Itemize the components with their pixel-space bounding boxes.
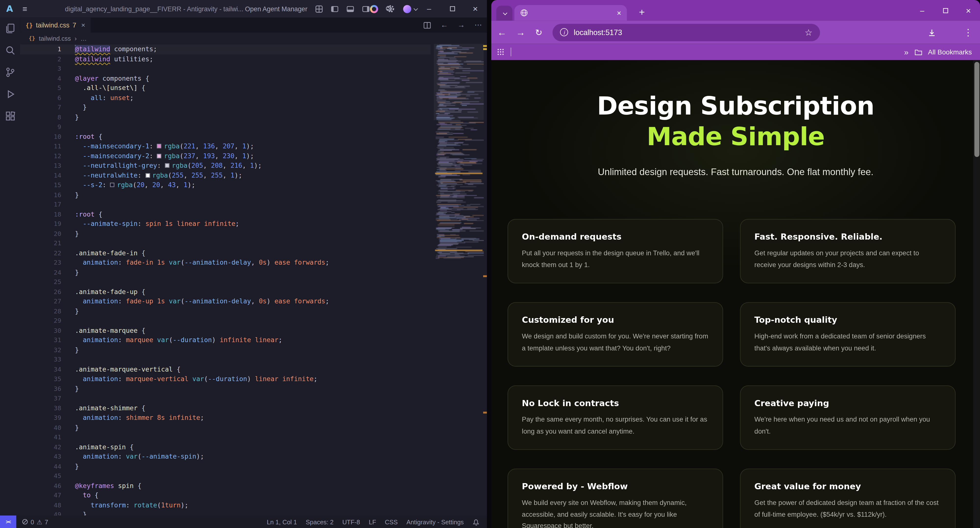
close-button[interactable]: ×	[464, 0, 487, 18]
code-line[interactable]: 24}	[20, 268, 431, 278]
color-swatch[interactable]	[157, 144, 161, 148]
url-text[interactable]: localhost:5173	[574, 28, 622, 37]
code-line[interactable]: 26.animate-fade-up {	[20, 287, 431, 297]
status-item[interactable]: Spaces: 2	[306, 518, 333, 525]
code-line[interactable]: 31 animation: marquee var(--duration) in…	[20, 335, 431, 345]
code-line[interactable]: 10:root {	[20, 132, 431, 142]
code-line[interactable]: 37	[20, 394, 431, 404]
code-line[interactable]: 6 all: unset;	[20, 93, 431, 103]
scrollbar-thumb[interactable]	[974, 62, 979, 157]
source-control-icon[interactable]	[5, 67, 15, 78]
code-line[interactable]: 48 transform: rotate(1turn);	[20, 500, 431, 510]
code-line[interactable]: 43 animation: var(--animate-spin);	[20, 452, 431, 461]
code-line[interactable]: 15 --s-2: rgba(20, 20, 43, 1);	[20, 180, 431, 190]
code-line[interactable]: 2@tailwind utilities;	[20, 54, 431, 64]
page-scrollbar[interactable]	[973, 60, 980, 528]
color-swatch[interactable]	[110, 183, 115, 187]
breadcrumb[interactable]: {} tailwind.css › …	[20, 33, 487, 44]
new-tab-button[interactable]: +	[634, 5, 650, 21]
site-info-icon[interactable]: i	[560, 28, 568, 36]
close-button[interactable]: ×	[957, 0, 980, 21]
code-line[interactable]: 28}	[20, 306, 431, 316]
code-line[interactable]: 32}	[20, 345, 431, 355]
address-bar[interactable]: i localhost:5173 ☆	[552, 24, 820, 41]
code-line[interactable]: 9	[20, 122, 431, 132]
menu-icon[interactable]: ≡	[22, 4, 27, 13]
status-item[interactable]: LF	[369, 518, 376, 525]
code-line[interactable]: 19 --animate-spin: spin 1s linear infini…	[20, 219, 431, 229]
code-line[interactable]: 18:root {	[20, 209, 431, 219]
breadcrumb-file[interactable]: tailwind.css	[39, 35, 71, 42]
code-line[interactable]: 47 to {	[20, 490, 431, 500]
profile-button[interactable]	[403, 5, 417, 13]
more-actions-icon[interactable]: ⋯	[474, 21, 482, 29]
code-line[interactable]: 40}	[20, 423, 431, 432]
code-line[interactable]: 23 animation: fade-in 1s var(--animation…	[20, 258, 431, 268]
code-line[interactable]: 38.animate-shimmer {	[20, 403, 431, 413]
browser-menu-button[interactable]: ⋮	[961, 21, 975, 44]
explorer-icon[interactable]	[5, 23, 15, 33]
code-line[interactable]: 30.animate-marquee {	[20, 326, 431, 335]
code-line[interactable]: 35 animation: marquee-vertical var(--dur…	[20, 374, 431, 384]
code-line[interactable]: 7 }	[20, 102, 431, 112]
code-line[interactable]: 4@layer components {	[20, 73, 431, 83]
code-line[interactable]: 45	[20, 471, 431, 481]
toggle-panel-icon[interactable]	[346, 5, 354, 13]
gear-icon[interactable]	[387, 5, 395, 13]
code-line[interactable]: 36}	[20, 384, 431, 394]
code-line[interactable]: 12 --mainsecondary-2: rgba(237, 193, 230…	[20, 151, 431, 161]
tab-close-icon[interactable]: ×	[81, 21, 85, 29]
minimize-button[interactable]: –	[911, 0, 934, 21]
run-debug-icon[interactable]	[5, 89, 15, 99]
account-ring-icon[interactable]	[370, 5, 378, 13]
code-line[interactable]: 13 --neutrallight-grey: rgba(205, 208, 2…	[20, 161, 431, 171]
code-line[interactable]: 25	[20, 277, 431, 287]
color-swatch[interactable]	[157, 153, 161, 158]
maximize-button[interactable]	[934, 0, 957, 21]
tab-tailwind-css[interactable]: {} tailwind.css 7 ×	[20, 18, 91, 32]
code-line[interactable]: 42.animate-spin {	[20, 442, 431, 452]
code-line[interactable]: 5 .all-\[unset\] {	[20, 83, 431, 93]
code-line[interactable]: 46@keyframes spin {	[20, 481, 431, 490]
code-line[interactable]: 27 animation: fade-up 1s var(--animation…	[20, 297, 431, 306]
code-line[interactable]: 41	[20, 432, 431, 442]
downloads-button[interactable]	[924, 21, 939, 44]
code-area[interactable]: 1@tailwind components;2@tailwind utiliti…	[20, 45, 431, 515]
color-swatch[interactable]	[145, 173, 150, 177]
search-sidebar-icon[interactable]	[5, 45, 15, 56]
extensions-icon[interactable]	[5, 111, 15, 121]
all-bookmarks-button[interactable]: All Bookmarks	[928, 48, 972, 56]
status-item[interactable]: UTF-8	[342, 518, 360, 525]
split-editor-icon[interactable]	[423, 21, 431, 29]
remote-indicator[interactable]: ><	[0, 515, 16, 528]
code-line[interactable]: 33	[20, 355, 431, 364]
minimize-button[interactable]: –	[417, 0, 441, 18]
reload-button[interactable]: ↻	[531, 21, 546, 44]
code-line[interactable]: 8}	[20, 112, 431, 122]
apps-grid-icon[interactable]	[497, 48, 504, 56]
toggle-secondary-sidebar-icon[interactable]	[362, 5, 370, 13]
navigate-back-icon[interactable]: ←	[441, 21, 448, 29]
code-line[interactable]: 11 --mainsecondary-1: rgba(221, 136, 207…	[20, 142, 431, 151]
minimap-viewport[interactable]	[434, 44, 484, 120]
code-line[interactable]: 22.animate-fade-in {	[20, 248, 431, 258]
color-swatch[interactable]	[165, 163, 169, 168]
navigate-forward-icon[interactable]: →	[457, 21, 465, 29]
code-line[interactable]: 17	[20, 199, 431, 209]
status-item[interactable]: CSS	[385, 518, 398, 525]
code-line[interactable]: 20}	[20, 228, 431, 238]
status-item[interactable]: Ln 1, Col 1	[267, 518, 297, 525]
back-button[interactable]: ←	[495, 21, 509, 44]
code-line[interactable]: 1@tailwind components;	[20, 45, 431, 54]
open-agent-manager-button[interactable]: Open Agent Manager	[245, 5, 307, 13]
maximize-button[interactable]	[441, 0, 463, 18]
overflow-chevrons-icon[interactable]: »	[904, 47, 908, 57]
bell-icon[interactable]	[473, 518, 480, 526]
code-line[interactable]: 29	[20, 316, 431, 326]
code-line[interactable]: 49 }	[20, 510, 431, 515]
bookmark-star-icon[interactable]: ☆	[805, 27, 813, 37]
tab-close-icon[interactable]: ×	[617, 8, 621, 17]
code-line[interactable]: 34.animate-marquee-vertical {	[20, 364, 431, 374]
agent-manager-icon[interactable]	[315, 5, 323, 13]
code-line[interactable]: 44}	[20, 461, 431, 471]
